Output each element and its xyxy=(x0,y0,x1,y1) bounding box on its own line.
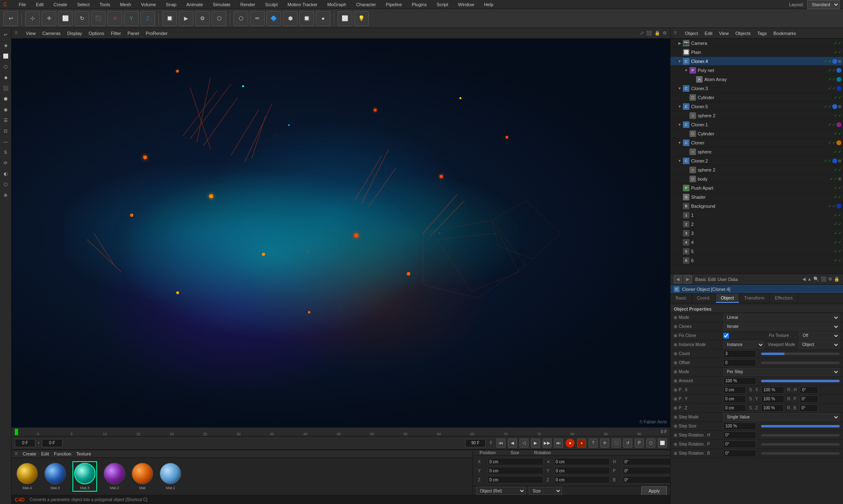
apply-button[interactable]: Apply xyxy=(641,486,667,495)
timeline-pla[interactable]: P xyxy=(635,439,644,448)
tree-row-plain[interactable]: ▶ ⬜ Plain ✓ ✓ xyxy=(671,48,843,57)
timeline-add-key[interactable]: ✛ xyxy=(600,439,609,448)
rp-input[interactable] xyxy=(800,395,818,403)
rot-b-input[interactable] xyxy=(623,476,670,483)
timeline-expand[interactable]: ⬜ xyxy=(658,439,667,448)
undo-btn[interactable]: ↩ xyxy=(3,11,18,26)
timeline-dope[interactable]: ⬡ xyxy=(646,439,655,448)
menu-select[interactable]: Select xyxy=(75,1,91,8)
material-item-4[interactable]: Mat xyxy=(132,463,153,490)
sx-input[interactable] xyxy=(761,386,784,394)
left-tool-0[interactable]: ↩ xyxy=(1,30,11,39)
tree-row-n6[interactable]: ▶ 6 6 ✓ ✓ xyxy=(671,256,843,265)
scale-tool-btn[interactable]: ⬜ xyxy=(58,11,73,26)
mat-menu-edit[interactable]: Edit xyxy=(41,451,49,456)
tab-transform[interactable]: Transform xyxy=(739,294,770,303)
menu-render[interactable]: Render xyxy=(239,1,257,8)
left-tool-1[interactable]: ◈ xyxy=(1,40,11,50)
tree-row-cloner[interactable]: ▼ C Cloner ✓ ✓ xyxy=(671,138,843,147)
material-item-3[interactable]: Mat.2 xyxy=(104,463,125,490)
view-menu-cameras[interactable]: Cameras xyxy=(42,31,61,36)
size-x-input[interactable] xyxy=(554,458,610,465)
rb-input[interactable] xyxy=(799,404,818,412)
fixtexture-select[interactable]: Off xyxy=(799,332,840,340)
auto-key-btn[interactable]: ● xyxy=(577,439,586,448)
viewportmode-select[interactable]: Object xyxy=(799,341,840,349)
menu-character[interactable]: Character xyxy=(354,1,377,8)
timeline-goto-end[interactable]: ⏭ xyxy=(554,439,563,448)
steprotp-input[interactable] xyxy=(723,441,756,448)
tree-row-camera[interactable]: ▶ 📷 Camera ✓ ✓ xyxy=(671,39,843,48)
render-active-btn[interactable]: 🔲 xyxy=(162,11,177,26)
view-menu-filter[interactable]: Filter xyxy=(111,31,121,36)
view-menu-view[interactable]: View xyxy=(26,31,36,36)
attr-forward-btn[interactable]: ▶ xyxy=(684,275,692,283)
sz-input[interactable] xyxy=(761,404,784,412)
menu-animate[interactable]: Animate xyxy=(185,1,205,8)
menu-simulate[interactable]: Simulate xyxy=(211,1,232,8)
tree-row-n4[interactable]: ▶ 4 4 ✓ ✓ xyxy=(671,238,843,247)
pos-z-input[interactable] xyxy=(488,476,543,483)
anim-key-btn[interactable]: ⬡ xyxy=(212,11,226,26)
menu-sculpt[interactable]: Sculpt xyxy=(263,1,279,8)
timeline-goto-start[interactable]: ⏮ xyxy=(496,439,505,448)
rotate-tool-btn[interactable]: ↻ xyxy=(75,11,89,26)
tree-row-cylinder1[interactable]: ▶ ⬡ Cylinder ✓ ✓ xyxy=(671,93,843,102)
left-tool-5[interactable]: ⬛ xyxy=(1,83,11,93)
tree-row-background[interactable]: ▶ B Background ✓ ✓ xyxy=(671,202,843,211)
left-tool-8[interactable]: ☰ xyxy=(1,115,11,125)
timeline-next-frame[interactable]: ▶▶ xyxy=(543,439,552,448)
left-tool-2[interactable]: ⬜ xyxy=(1,51,11,61)
tree-row-n2[interactable]: ▶ 2 2 ✓ ✓ xyxy=(671,220,843,229)
menu-file[interactable]: File xyxy=(17,1,28,8)
tree-row-atomarray[interactable]: ▶ A Atom Array ✓ ✓ xyxy=(671,75,843,84)
instancemode-select[interactable]: Instance xyxy=(723,341,764,349)
obj-mode-btn[interactable]: ⬢ xyxy=(283,11,298,26)
obj-menu-tags[interactable]: Tags xyxy=(757,31,767,36)
timeline-key-props[interactable]: ⬛ xyxy=(612,439,621,448)
points-mode-btn[interactable]: ⬡ xyxy=(233,11,248,26)
left-tool-6[interactable]: ⬢ xyxy=(1,94,11,104)
menu-pipeline[interactable]: Pipeline xyxy=(384,1,403,8)
mode2-select[interactable]: Per Step xyxy=(723,368,840,376)
menu-edit[interactable]: Edit xyxy=(34,1,45,8)
obj-menu-objects[interactable]: Objects xyxy=(735,31,750,36)
attr-back-btn[interactable]: ◀ xyxy=(674,275,682,283)
left-tool-7[interactable]: ◉ xyxy=(1,105,11,114)
fixclone-checkbox[interactable] xyxy=(723,333,729,339)
tree-row-polynet[interactable]: ▼ P Poly net ✓ ✓ xyxy=(671,66,843,75)
px-input[interactable] xyxy=(723,386,746,394)
render-view-btn[interactable]: ▶ xyxy=(179,11,193,26)
menu-script[interactable]: Script xyxy=(435,1,450,8)
obj-menu-bookmarks[interactable]: Bookmarks xyxy=(773,31,796,36)
tree-row-cloner3[interactable]: ▼ C Cloner.3 ✓ ✓ xyxy=(671,84,843,93)
obj-menu-object[interactable]: Object xyxy=(685,31,698,36)
view-menu-panel[interactable]: Panel xyxy=(128,31,139,36)
menu-mesh[interactable]: Mesh xyxy=(118,1,133,8)
obj-menu-edit[interactable]: Edit xyxy=(705,31,713,36)
uv-mode-btn[interactable]: 🔲 xyxy=(299,11,314,26)
menu-mograph[interactable]: MoGraph xyxy=(326,1,348,8)
current-frame-input[interactable] xyxy=(42,439,63,447)
steprotb-input[interactable] xyxy=(723,450,756,457)
tree-row-shader[interactable]: ▶ S Shader ✓ ✓ xyxy=(671,193,843,202)
timeline-prev-frame[interactable]: ◀ xyxy=(508,439,517,448)
timeline-play[interactable]: ▶ xyxy=(531,439,540,448)
tree-row-cylinder2[interactable]: ▶ ⬡ Cylinder ✓ ✓ xyxy=(671,129,843,138)
mat-menu-create[interactable]: Create xyxy=(23,451,36,456)
size-y-input[interactable] xyxy=(554,467,610,474)
view-btn[interactable]: ⬜ xyxy=(338,11,352,26)
obj-menu-view[interactable]: View xyxy=(719,31,729,36)
tree-row-cloner4[interactable]: ▼ C Cloner.4 ✓ ✓ ⊞ xyxy=(671,57,843,66)
frame-end-input[interactable] xyxy=(465,439,486,447)
tree-row-sphere2a[interactable]: ▶ ○ sphere 2 ✓ ✓ xyxy=(671,111,843,120)
material-item-1[interactable]: Mat.3 xyxy=(44,463,66,490)
select-tool-btn[interactable]: ⊹ xyxy=(25,11,40,26)
menu-plugins[interactable]: Plugins xyxy=(410,1,428,8)
menu-tools[interactable]: Tools xyxy=(98,1,112,8)
rh-input[interactable] xyxy=(800,386,818,394)
pos-y-input[interactable] xyxy=(488,467,543,474)
menu-motion-tracker[interactable]: Motion Tracker xyxy=(286,1,319,8)
rot-h-input[interactable] xyxy=(623,458,670,465)
left-tool-13[interactable]: ◐ xyxy=(1,169,11,179)
